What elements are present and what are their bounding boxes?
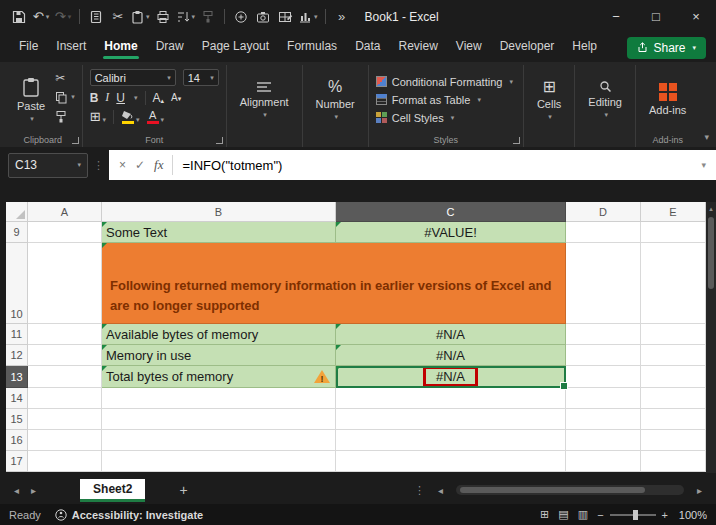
normal-view-icon[interactable]: ⊞ — [540, 508, 549, 521]
error-options-button[interactable]: ! — [313, 369, 331, 384]
horizontal-scrollbar[interactable] — [456, 485, 684, 495]
increase-font-button[interactable]: A▴ — [153, 91, 165, 105]
row-header-9[interactable]: 9 — [6, 222, 28, 243]
row-header-16[interactable]: 16 — [6, 430, 28, 451]
add-shape-button[interactable] — [230, 5, 252, 29]
tab-home[interactable]: Home — [95, 35, 146, 61]
select-all-corner[interactable] — [6, 202, 28, 222]
row-header-10[interactable]: 10 — [6, 243, 28, 324]
cell-d9[interactable] — [566, 222, 641, 243]
column-header-a[interactable]: A — [28, 202, 102, 222]
minimize-button[interactable]: − — [596, 0, 636, 33]
vertical-scrollbar-thumb[interactable] — [708, 217, 714, 289]
cell-d10[interactable] — [566, 243, 641, 324]
cell-d14[interactable] — [566, 388, 641, 409]
column-header-c[interactable]: C — [336, 202, 566, 222]
tab-help[interactable]: Help — [563, 35, 606, 61]
camera-button[interactable] — [252, 5, 274, 29]
cell-a12[interactable] — [28, 345, 102, 366]
cell-b10-merged[interactable]: Following returned memory information in… — [102, 243, 566, 324]
cell-e12[interactable] — [641, 345, 706, 366]
tab-insert[interactable]: Insert — [47, 35, 95, 61]
cell-b16[interactable] — [102, 430, 336, 451]
cell-a17[interactable] — [28, 451, 102, 472]
cancel-button[interactable]: × — [119, 158, 126, 172]
font-dialog-launcher-icon[interactable] — [216, 137, 223, 144]
close-button[interactable]: × — [676, 0, 716, 33]
row-header-13[interactable]: 13 — [6, 366, 28, 388]
page-break-view-icon[interactable]: ▥ — [578, 508, 588, 521]
next-sheet-icon[interactable]: ▸ — [25, 485, 42, 496]
cell-d15[interactable] — [566, 409, 641, 430]
addins-button[interactable]: Add-ins — [643, 67, 692, 132]
tab-data[interactable]: Data — [346, 35, 389, 61]
cell-d16[interactable] — [566, 430, 641, 451]
formula-text[interactable]: =INFO("totmem") — [182, 158, 282, 173]
font-color-button[interactable]: A ▾ — [147, 110, 165, 124]
bold-button[interactable]: B — [90, 91, 99, 105]
journal-button[interactable] — [85, 5, 107, 29]
scroll-right-icon[interactable]: ▸ — [691, 485, 708, 496]
cell-e9[interactable] — [641, 222, 706, 243]
fill-color-button[interactable]: ▾ — [121, 110, 140, 124]
cell-c14[interactable] — [336, 388, 566, 409]
alignment-button[interactable]: Alignment ▾ — [234, 67, 295, 132]
cell-e17[interactable] — [641, 451, 706, 472]
zoom-out-button[interactable]: − — [597, 509, 603, 521]
page-layout-view-icon[interactable]: ▤ — [558, 508, 568, 521]
cell-c16[interactable] — [336, 430, 566, 451]
accessibility-checker-button[interactable]: Accessibility: Investigate — [55, 509, 203, 521]
cell-d11[interactable] — [566, 324, 641, 345]
cell-a13[interactable] — [28, 366, 102, 388]
scroll-up-icon[interactable]: ▴ — [709, 202, 713, 215]
cut-button[interactable]: ✂ — [55, 71, 75, 85]
formula-bar-handle[interactable]: ⋮ — [88, 159, 109, 172]
cell-c17[interactable] — [336, 451, 566, 472]
conditional-formatting-button[interactable]: Conditional Formatting▾ — [376, 76, 513, 88]
tab-file[interactable]: File — [10, 35, 47, 61]
chart-button[interactable]: ▾ — [296, 5, 320, 29]
horizontal-scrollbar-thumb[interactable] — [460, 487, 645, 493]
cell-b17[interactable] — [102, 451, 336, 472]
tab-developer[interactable]: Developer — [491, 35, 564, 61]
format-painter-button[interactable] — [55, 109, 75, 123]
number-button[interactable]: % Number ▾ — [310, 67, 361, 132]
toolbar-overflow-button[interactable]: » — [331, 5, 353, 29]
save-button[interactable] — [8, 5, 30, 29]
cell-a11[interactable] — [28, 324, 102, 345]
format-painter-quick-button[interactable] — [197, 5, 219, 29]
cell-c13-active[interactable]: #N/A — [336, 366, 566, 388]
draw-table-button[interactable] — [274, 5, 296, 29]
zoom-slider-thumb[interactable] — [633, 510, 638, 520]
tab-draw[interactable]: Draw — [147, 35, 193, 61]
cell-e11[interactable] — [641, 324, 706, 345]
cell-a15[interactable] — [28, 409, 102, 430]
insert-function-button[interactable]: fx — [154, 157, 163, 173]
maximize-button[interactable]: □ — [636, 0, 676, 33]
cut-button[interactable]: ✂ — [107, 5, 129, 29]
splitter-icon[interactable]: ⋮ — [414, 484, 425, 497]
cell-b14[interactable] — [102, 388, 336, 409]
cell-b12[interactable]: Memory in use — [102, 345, 336, 366]
cell-a9[interactable] — [28, 222, 102, 243]
zoom-slider[interactable] — [610, 514, 656, 516]
column-header-d[interactable]: D — [566, 202, 641, 222]
cells-button[interactable]: ⊞ Cells ▾ — [531, 67, 567, 132]
redo-button[interactable]: ↷▾ — [52, 5, 74, 29]
row-header-17[interactable]: 17 — [6, 451, 28, 472]
cell-e10[interactable] — [641, 243, 706, 324]
sheet-tab-sheet2[interactable]: Sheet2 — [80, 479, 145, 502]
tab-formulas[interactable]: Formulas — [278, 35, 346, 61]
collapse-ribbon-icon[interactable]: ▾ — [704, 132, 709, 142]
italic-button[interactable]: I — [105, 90, 109, 105]
cell-d17[interactable] — [566, 451, 641, 472]
paste-button[interactable]: Paste ▾ — [11, 67, 51, 132]
zoom-in-button[interactable]: + — [662, 509, 668, 521]
enter-button[interactable]: ✓ — [135, 158, 145, 172]
styles-dialog-launcher-icon[interactable] — [513, 137, 520, 144]
cell-c15[interactable] — [336, 409, 566, 430]
cell-styles-button[interactable]: Cell Styles▾ — [376, 112, 513, 124]
undo-button[interactable]: ↶▾ — [30, 5, 52, 29]
decrease-font-button[interactable]: A▾ — [171, 92, 181, 103]
cell-c12[interactable]: #N/A — [336, 345, 566, 366]
